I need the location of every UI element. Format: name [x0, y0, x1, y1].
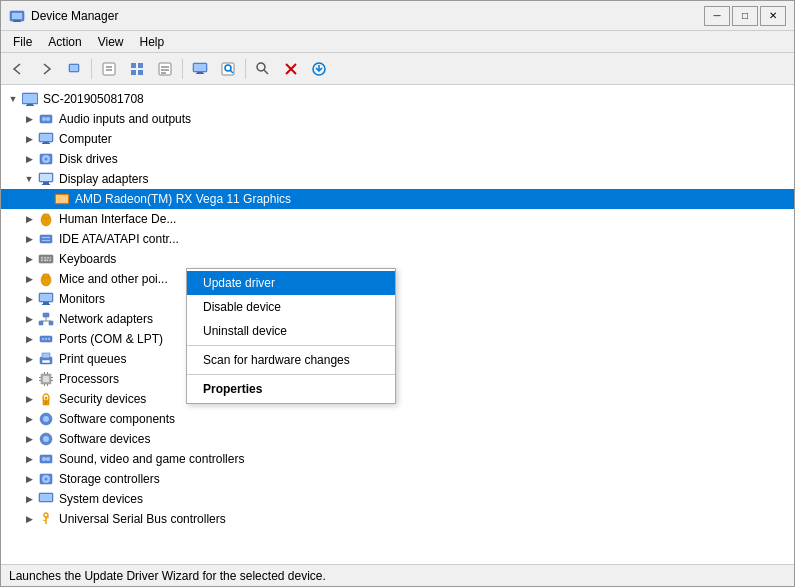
tree-softcomp[interactable]: ▶ Software components [1, 409, 794, 429]
svg-rect-55 [42, 240, 50, 241]
audio-expand[interactable]: ▶ [21, 111, 37, 127]
forward-button[interactable] [33, 57, 59, 81]
storage-expand[interactable]: ▶ [21, 471, 37, 487]
monitors-icon [37, 291, 55, 307]
system-label: System devices [59, 492, 143, 506]
tree-ports[interactable]: ▶ Ports (COM & LPT) [1, 329, 794, 349]
back-button[interactable] [5, 57, 31, 81]
system-expand[interactable]: ▶ [21, 491, 37, 507]
svg-rect-54 [42, 237, 50, 238]
processors-expand[interactable]: ▶ [21, 371, 37, 387]
search-button[interactable] [250, 57, 276, 81]
tree-keyboards[interactable]: ▶ Keyboards [1, 249, 794, 269]
svg-point-43 [45, 158, 48, 161]
tree-print[interactable]: ▶ Print queues [1, 349, 794, 369]
disk-label: Disk drives [59, 152, 118, 166]
minimize-button[interactable]: ─ [704, 6, 730, 26]
svg-rect-59 [47, 257, 49, 259]
tree-storage[interactable]: ▶ Storage controllers [1, 469, 794, 489]
softcomp-expand[interactable]: ▶ [21, 411, 37, 427]
up-button[interactable] [61, 57, 87, 81]
tree-audio[interactable]: ▶ Audio inputs and outputs [1, 109, 794, 129]
maximize-button[interactable]: □ [732, 6, 758, 26]
menu-view[interactable]: View [90, 33, 132, 51]
help-button[interactable] [152, 57, 178, 81]
network-label: Network adapters [59, 312, 153, 326]
display-expand[interactable]: ▼ [21, 171, 37, 187]
svg-point-36 [46, 117, 50, 121]
system-icon [37, 491, 55, 507]
tree-security[interactable]: ▶ Security devices [1, 389, 794, 409]
svg-rect-20 [196, 73, 204, 74]
keyboards-expand[interactable]: ▶ [21, 251, 37, 267]
tree-usb[interactable]: ▶ Universal Serial Bus controllers [1, 509, 794, 529]
mice-expand[interactable]: ▶ [21, 271, 37, 287]
network-expand[interactable]: ▶ [21, 311, 37, 327]
sound-expand[interactable]: ▶ [21, 451, 37, 467]
menu-file[interactable]: File [5, 33, 40, 51]
ctx-properties[interactable]: Properties [187, 377, 395, 401]
tree-sound[interactable]: ▶ Sound, video and game controllers [1, 449, 794, 469]
toolbar [1, 53, 794, 85]
computer-expand[interactable]: ▶ [21, 131, 37, 147]
svg-point-102 [42, 457, 46, 461]
ide-expand[interactable]: ▶ [21, 231, 37, 247]
tree-system[interactable]: ▶ System devices [1, 489, 794, 509]
usb-expand[interactable]: ▶ [21, 511, 37, 527]
svg-rect-108 [40, 494, 52, 501]
svg-point-79 [48, 338, 50, 340]
download-button[interactable] [306, 57, 332, 81]
hid-expand[interactable]: ▶ [21, 211, 37, 227]
tree-computer[interactable]: ▶ Computer [1, 129, 794, 149]
scan-button[interactable] [215, 57, 241, 81]
hid-label: Human Interface De... [59, 212, 176, 226]
menu-action[interactable]: Action [40, 33, 89, 51]
monitors-expand[interactable]: ▶ [21, 291, 37, 307]
tree-mice[interactable]: ▶ Mice and other poi... [1, 269, 794, 289]
computer-button[interactable] [187, 57, 213, 81]
svg-point-96 [45, 402, 47, 404]
svg-point-94 [45, 397, 48, 400]
ctx-disable-device[interactable]: Disable device [187, 295, 395, 319]
tree-display[interactable]: ▼ Display adapters [1, 169, 794, 189]
computer-icon [21, 91, 39, 107]
tree-root[interactable]: ▼ SC-201905081708 [1, 89, 794, 109]
svg-rect-45 [40, 174, 52, 181]
tree-processors[interactable]: ▶ Processors [1, 369, 794, 389]
device-tree[interactable]: ▼ SC-201905081708 ▶ Audio inputs and out… [1, 85, 794, 564]
ctx-update-driver[interactable]: Update driver [187, 271, 395, 295]
tree-softdev[interactable]: ▶ Software devices [1, 429, 794, 449]
ctx-scan-hardware[interactable]: Scan for hardware changes [187, 348, 395, 372]
security-expand[interactable]: ▶ [21, 391, 37, 407]
svg-rect-9 [131, 63, 136, 68]
tree-monitors[interactable]: ▶ Monitors [1, 289, 794, 309]
ctx-uninstall-device[interactable]: Uninstall device [187, 319, 395, 343]
tree-disk[interactable]: ▶ Disk drives [1, 149, 794, 169]
tree-ide[interactable]: ▶ IDE ATA/ATAPI contr... [1, 229, 794, 249]
svg-rect-87 [51, 377, 53, 378]
menu-help[interactable]: Help [132, 33, 173, 51]
svg-rect-12 [138, 70, 143, 75]
svg-rect-82 [42, 360, 50, 363]
ports-expand[interactable]: ▶ [21, 331, 37, 347]
display-label: Display adapters [59, 172, 148, 186]
softdev-expand[interactable]: ▶ [21, 431, 37, 447]
view-button[interactable] [124, 57, 150, 81]
svg-rect-40 [42, 143, 50, 144]
properties-button[interactable] [96, 57, 122, 81]
tree-hid[interactable]: ▶ Human Interface De... [1, 209, 794, 229]
tree-network[interactable]: ▶ Network adapters [1, 309, 794, 329]
tree-amd[interactable]: AMD Radeon(TM) RX Vega 11 Graphics [1, 189, 794, 209]
print-expand[interactable]: ▶ [21, 351, 37, 367]
close-button[interactable]: ✕ [760, 6, 786, 26]
svg-rect-18 [194, 64, 206, 71]
root-expand[interactable]: ▼ [5, 91, 21, 107]
svg-rect-68 [43, 302, 49, 304]
svg-rect-49 [56, 195, 68, 203]
svg-rect-47 [42, 184, 50, 185]
svg-rect-57 [41, 257, 43, 259]
storage-label: Storage controllers [59, 472, 160, 486]
svg-rect-5 [70, 65, 78, 71]
disk-expand[interactable]: ▶ [21, 151, 37, 167]
delete-button[interactable] [278, 57, 304, 81]
